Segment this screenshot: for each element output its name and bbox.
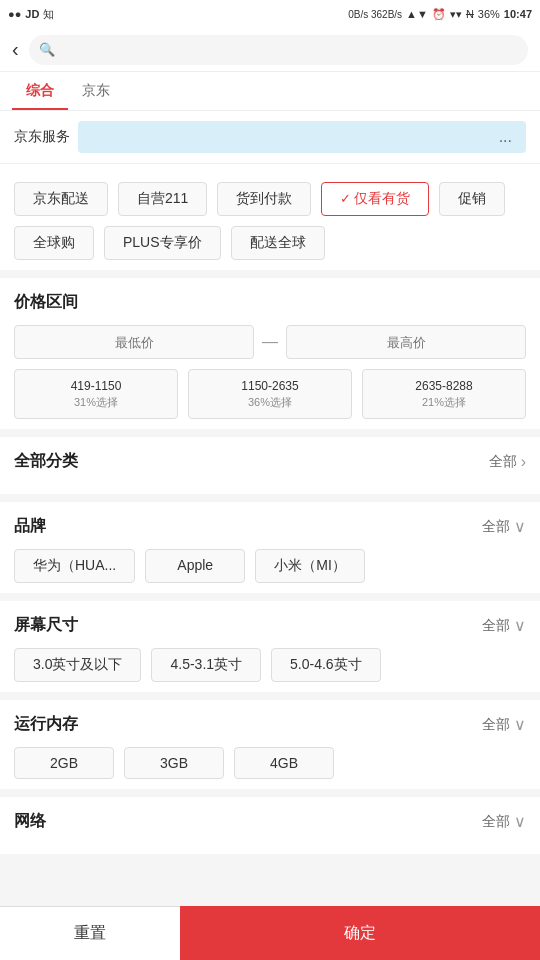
service-buttons-section: 京东配送 自营211 货到付款 ✓仅看有货 促销 全球购 PLUS专享价 配送全… bbox=[0, 164, 540, 270]
price-option-3[interactable]: 2635-8288 21%选择 bbox=[362, 369, 526, 419]
categories-title: 全部分类 bbox=[14, 451, 78, 472]
brand-title-row: 品牌 全部 ∨ bbox=[14, 516, 526, 537]
ram-chips: 2GB 3GB 4GB bbox=[14, 747, 526, 779]
search-bar[interactable]: 🔍 bbox=[29, 35, 528, 65]
confirm-button[interactable]: 确定 bbox=[180, 906, 540, 960]
screen-size-chips: 3.0英寸及以下 4.5-3.1英寸 5.0-4.6英寸 bbox=[14, 648, 526, 682]
ram-chip-2gb[interactable]: 2GB bbox=[14, 747, 114, 779]
network-title-row: 网络 全部 ∨ bbox=[14, 811, 526, 832]
service-tags-grid: 京东配送 自营211 货到付款 ✓仅看有货 促销 全球购 PLUS专享价 配送全… bbox=[14, 182, 526, 260]
ram-title: 运行内存 bbox=[14, 714, 78, 735]
brand-chip-apple[interactable]: Apple bbox=[145, 549, 245, 583]
screen-size-title-row: 屏幕尺寸 全部 ∨ bbox=[14, 615, 526, 636]
max-price-input[interactable] bbox=[286, 325, 526, 359]
price-options-row: 419-1150 31%选择 1150-2635 36%选择 2635-8288… bbox=[14, 369, 526, 419]
price-range-title: 价格区间 bbox=[14, 292, 526, 313]
tag-jdps[interactable]: 京东配送 bbox=[14, 182, 108, 216]
status-bar: ●● JD 知 0B/s 362B/s ▲▼ ⏰ ▾▾ N 36% 10:47 bbox=[0, 0, 540, 28]
no-sim-icon: N bbox=[466, 8, 474, 20]
chevron-down-icon-screen: ∨ bbox=[514, 616, 526, 635]
screen-size-expand[interactable]: 全部 ∨ bbox=[482, 616, 526, 635]
ram-chip-3gb[interactable]: 3GB bbox=[124, 747, 224, 779]
categories-section: 全部分类 全部 › bbox=[0, 437, 540, 494]
ram-chip-4gb[interactable]: 4GB bbox=[234, 747, 334, 779]
tag-hdfk[interactable]: 货到付款 bbox=[217, 182, 311, 216]
search-icon: 🔍 bbox=[39, 42, 55, 57]
screen-chip-3[interactable]: 5.0-4.6英寸 bbox=[271, 648, 381, 682]
brand-chip-xiaomi[interactable]: 小米（MI） bbox=[255, 549, 365, 583]
chevron-right-icon: › bbox=[521, 453, 526, 471]
filter-panel: 京东服务 ... 京东配送 自营211 货到付款 ✓仅看有货 促销 全球购 bbox=[0, 111, 540, 922]
ram-expand[interactable]: 全部 ∨ bbox=[482, 715, 526, 734]
tab-zonghe[interactable]: 综合 bbox=[12, 72, 68, 110]
check-icon: ✓ bbox=[340, 191, 351, 206]
tag-cxs[interactable]: 促销 bbox=[439, 182, 505, 216]
chevron-down-icon-ram: ∨ bbox=[514, 715, 526, 734]
tag-jkyh[interactable]: ✓仅看有货 bbox=[321, 182, 429, 216]
tab-jd[interactable]: 京东 bbox=[68, 72, 124, 110]
wifi-icon: ▾▾ bbox=[450, 8, 462, 21]
signal-icon: ▲▼ bbox=[406, 8, 428, 20]
min-price-input[interactable] bbox=[14, 325, 254, 359]
status-left: ●● JD 知 bbox=[8, 7, 54, 22]
network-section: 网络 全部 ∨ bbox=[0, 797, 540, 854]
brand-chip-huawei[interactable]: 华为（HUA... bbox=[14, 549, 135, 583]
price-range-inputs: — bbox=[14, 325, 526, 359]
jd-service-input[interactable]: ... bbox=[78, 121, 526, 153]
screen-size-title: 屏幕尺寸 bbox=[14, 615, 78, 636]
chevron-down-icon-network: ∨ bbox=[514, 812, 526, 831]
tag-qbg[interactable]: 全球购 bbox=[14, 226, 94, 260]
reset-button[interactable]: 重置 bbox=[0, 906, 180, 960]
status-right: 0B/s 362B/s ▲▼ ⏰ ▾▾ N 36% 10:47 bbox=[348, 8, 532, 21]
tag-plus[interactable]: PLUS专享价 bbox=[104, 226, 221, 260]
network-speed: 0B/s 362B/s bbox=[348, 9, 402, 20]
brand-chips: 华为（HUA... Apple 小米（MI） bbox=[14, 549, 526, 583]
back-button[interactable]: ‹ bbox=[12, 38, 19, 61]
price-dash: — bbox=[262, 333, 278, 351]
tab-row: 综合 京东 bbox=[0, 72, 540, 111]
brand-section: 品牌 全部 ∨ 华为（HUA... Apple 小米（MI） bbox=[0, 502, 540, 593]
brand-title: 品牌 bbox=[14, 516, 46, 537]
network-title: 网络 bbox=[14, 811, 46, 832]
screen-chip-1[interactable]: 3.0英寸及以下 bbox=[14, 648, 141, 682]
screen-chip-2[interactable]: 4.5-3.1英寸 bbox=[151, 648, 261, 682]
jd-service-label: 京东服务 bbox=[14, 128, 70, 146]
network-expand[interactable]: 全部 ∨ bbox=[482, 812, 526, 831]
ram-title-row: 运行内存 全部 ∨ bbox=[14, 714, 526, 735]
nav-bar: ‹ 🔍 bbox=[0, 28, 540, 72]
notification-icon: ●● bbox=[8, 8, 21, 20]
time: 10:47 bbox=[504, 8, 532, 20]
bottom-bar: 重置 确定 bbox=[0, 906, 540, 960]
categories-expand[interactable]: 全部 › bbox=[489, 453, 526, 471]
price-option-2[interactable]: 1150-2635 36%选择 bbox=[188, 369, 352, 419]
zhi-icon: 知 bbox=[43, 7, 54, 22]
jd-input-dots: ... bbox=[499, 128, 512, 146]
price-range-section: 价格区间 — 419-1150 31%选择 1150-2635 36%选择 26… bbox=[0, 278, 540, 429]
ram-section: 运行内存 全部 ∨ 2GB 3GB 4GB bbox=[0, 700, 540, 789]
categories-title-row: 全部分类 全部 › bbox=[14, 451, 526, 472]
jd-icon: JD bbox=[25, 8, 39, 20]
screen-size-section: 屏幕尺寸 全部 ∨ 3.0英寸及以下 4.5-3.1英寸 5.0-4.6英寸 bbox=[0, 601, 540, 692]
battery: 36% bbox=[478, 8, 500, 20]
brand-expand[interactable]: 全部 ∨ bbox=[482, 517, 526, 536]
chevron-down-icon: ∨ bbox=[514, 517, 526, 536]
price-option-1[interactable]: 419-1150 31%选择 bbox=[14, 369, 178, 419]
tag-psqb[interactable]: 配送全球 bbox=[231, 226, 325, 260]
tag-zy211[interactable]: 自营211 bbox=[118, 182, 207, 216]
alarm-icon: ⏰ bbox=[432, 8, 446, 21]
jd-service-row: 京东服务 ... bbox=[0, 111, 540, 164]
